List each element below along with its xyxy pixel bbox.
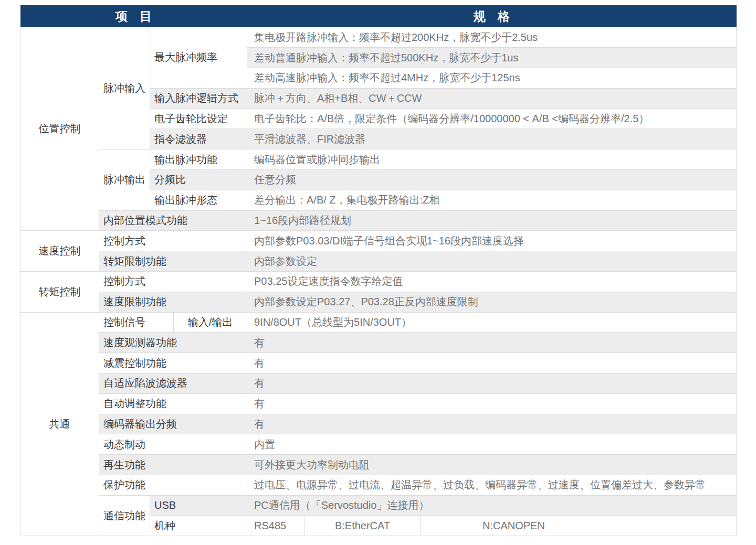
table-row: 保护功能 过电压、电源异常、过电流、超温异常、过负载、编码器异常、过速度、位置偏… [20, 475, 737, 496]
row-label-internal-position-mode: 内部位置模式功能 [99, 210, 247, 231]
group-communication: 通信功能 [99, 495, 150, 536]
group-pulse-input: 脉冲输入 [99, 27, 150, 149]
row-label-protection: 保护功能 [99, 475, 247, 496]
category-torque-control: 转矩控制 [20, 272, 99, 313]
row-label-torque-limit: 转矩限制功能 [99, 251, 247, 272]
spec-protection: 过电压、电源异常、过电流、超温异常、过负载、编码器异常、过速度、位置偏差过大、参… [247, 475, 737, 496]
row-label-auto-tuning: 自动调整功能 [99, 393, 247, 414]
row-label-output-pulse-function: 输出脉冲功能 [150, 149, 247, 170]
table-row: 减震控制功能 有 [20, 353, 737, 373]
category-position-control: 位置控制 [20, 27, 99, 231]
spec-model-canopen: N:CANOPEN [421, 516, 737, 536]
spec-dynamic-brake: 内置 [247, 434, 737, 455]
table-row: 脉冲输出 输出脉冲功能 编码器位置或脉冲同步输出 [20, 149, 737, 170]
spec-model-ethercat: B:EtherCAT [305, 516, 421, 536]
spec-speed-control-mode: 内部参数P03.03/DI端子信号组合实现1~16段内部速度选择 [247, 231, 737, 251]
spec-torque-control-mode: P03.25设定速度指令数字给定值 [247, 272, 737, 292]
table-row: 速度限制功能 内部参数设定P03.27、P03.28正反内部速度限制 [20, 292, 737, 312]
row-label-speed-limit: 速度限制功能 [99, 292, 247, 312]
spec-electronic-gear: 电子齿轮比：A/B倍，限定条件（编码器分辨率/10000000 < A/B <编… [247, 109, 737, 129]
spec-speed-limit: 内部参数设定P03.27、P03.28正反内部速度限制 [247, 292, 737, 312]
header-item: 项 目 [20, 5, 247, 27]
spec-open-collector-pulse: 集电极开路脉冲输入：频率不超过200KHz，脉宽不少于2.5us [247, 27, 737, 48]
table-row: 转矩限制功能 内部参数设定 [20, 251, 737, 272]
row-label-max-pulse-freq: 最大脉冲频率 [150, 27, 247, 88]
group-pulse-output: 脉冲输出 [99, 149, 150, 210]
spec-damping-control: 有 [247, 353, 737, 373]
spec-speed-observer: 有 [247, 333, 737, 353]
header-row: 项 目 规 格 [20, 5, 737, 27]
row-label-output-pulse-form: 输出脉冲形态 [150, 190, 247, 210]
table-row: 内部位置模式功能 1~16段内部路径规划 [20, 210, 737, 231]
spec-encoder-output-division: 有 [247, 414, 737, 434]
spec-command-filter: 平滑滤波器、FIR滤波器 [247, 129, 737, 149]
row-label-control-signal: 控制信号 [99, 312, 174, 333]
row-label-speed-observer: 速度观测器功能 [99, 333, 247, 353]
spec-differential-normal-pulse: 差动普通脉冲输入：频率不超过500KHz，脉宽不少于1us [247, 48, 737, 68]
category-common: 共通 [20, 312, 99, 536]
row-label-frequency-division: 分频比 [150, 170, 247, 190]
row-label-dynamic-brake: 动态制动 [99, 434, 247, 455]
row-label-usb: USB [150, 495, 247, 516]
spec-model-rs485: RS485 [247, 516, 305, 536]
spec-adaptive-notch-filter: 有 [247, 373, 737, 394]
row-label-adaptive-notch-filter: 自适应陷波滤波器 [99, 373, 247, 394]
spec-torque-limit: 内部参数设定 [247, 251, 737, 272]
spec-frequency-division: 任意分频 [247, 170, 737, 190]
table-row: 速度控制 控制方式 内部参数P03.03/DI端子信号组合实现1~16段内部速度… [20, 231, 737, 251]
table-row: 自动调整功能 有 [20, 393, 737, 414]
header-spec: 规 格 [247, 5, 737, 27]
spec-input-pulse-logic: 脉冲＋方向、A相+B相、CW＋CCW [247, 88, 737, 109]
table-row: 速度观测器功能 有 [20, 333, 737, 353]
row-label-electronic-gear: 电子齿轮比设定 [150, 109, 247, 129]
spec-auto-tuning: 有 [247, 393, 737, 414]
table-row: 动态制动 内置 [20, 434, 737, 455]
spec-regeneration: 可外接更大功率制动电阻 [247, 455, 737, 475]
spec-differential-high-speed-pulse: 差动高速脉冲输入：频率不超过4MHz，脉宽不少于125ns [247, 68, 737, 89]
row-label-torque-control-mode: 控制方式 [99, 272, 247, 292]
spec-internal-position-mode: 1~16段内部路径规划 [247, 210, 737, 231]
row-label-speed-control-mode: 控制方式 [99, 231, 247, 251]
table-row: 转矩控制 控制方式 P03.25设定速度指令数字给定值 [20, 272, 737, 292]
row-label-damping-control: 减震控制功能 [99, 353, 247, 373]
table-row: 通信功能 USB PC通信用（「Servostudio」连接用） [20, 495, 737, 516]
row-label-input-output: 输入/输出 [174, 312, 247, 333]
row-label-model: 机种 [150, 516, 247, 536]
spec-usb: PC通信用（「Servostudio」连接用） [247, 495, 737, 516]
table-row: 共通 控制信号 输入/输出 9IN/8OUT（总线型为5IN/3OUT） [20, 312, 737, 333]
spec-output-pulse-function: 编码器位置或脉冲同步输出 [247, 149, 737, 170]
table-row: 自适应陷波滤波器 有 [20, 373, 737, 394]
table-row: 位置控制 脉冲输入 最大脉冲频率 集电极开路脉冲输入：频率不超过200KHz，脉… [20, 27, 737, 48]
spec-table: 项 目 规 格 位置控制 脉冲输入 最大脉冲频率 集电极开路脉冲输入：频率不超过… [20, 5, 737, 536]
page: 项 目 规 格 位置控制 脉冲输入 最大脉冲频率 集电极开路脉冲输入：频率不超过… [0, 0, 756, 536]
row-label-regeneration: 再生功能 [99, 455, 247, 475]
category-speed-control: 速度控制 [20, 231, 99, 272]
spec-output-pulse-form: 差分输出：A/B/ Z，集电极开路输出:Z相 [247, 190, 737, 210]
table-row: 再生功能 可外接更大功率制动电阻 [20, 455, 737, 475]
row-label-encoder-output-division: 编码器输出分频 [99, 414, 247, 434]
row-label-command-filter: 指令滤波器 [150, 129, 247, 149]
spec-control-signal: 9IN/8OUT（总线型为5IN/3OUT） [247, 312, 737, 333]
table-row: 编码器输出分频 有 [20, 414, 737, 434]
row-label-input-pulse-logic: 输入脉冲逻辑方式 [150, 88, 247, 109]
